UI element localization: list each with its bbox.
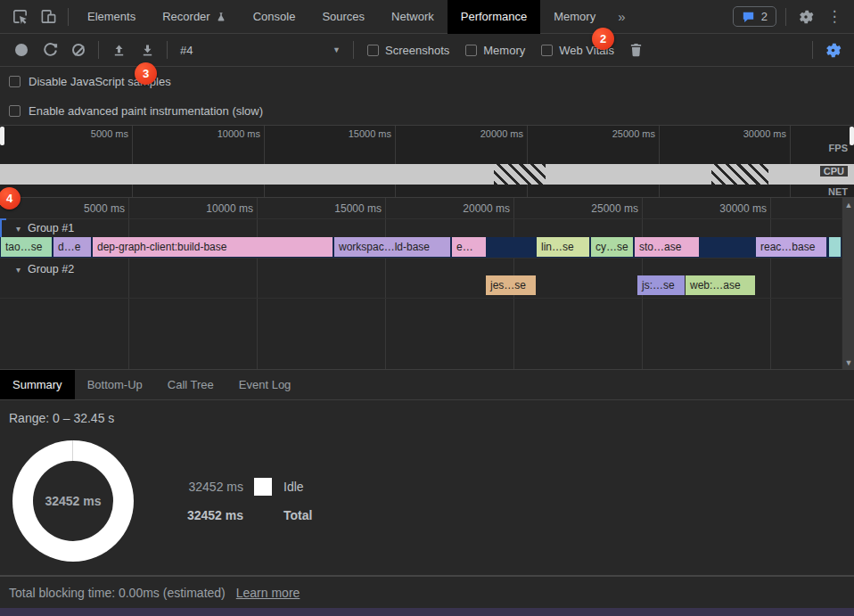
- scroll-down-icon[interactable]: ▼: [842, 358, 854, 367]
- tab-call-tree[interactable]: Call Tree: [155, 370, 226, 399]
- tab-label: Performance: [461, 10, 527, 23]
- separator: [98, 41, 99, 59]
- flame-chart[interactable]: 5000 ms 10000 ms 15000 ms 20000 ms 25000…: [0, 198, 854, 370]
- total-blocking-time-bar: Total blocking time: 0.00ms (estimated) …: [0, 576, 854, 608]
- window-bottom-strip: [0, 608, 854, 616]
- flame-bar[interactable]: e…: [452, 237, 486, 257]
- clear-icon: [72, 44, 85, 56]
- flame-bar[interactable]: lin…se: [537, 237, 589, 257]
- separator: [167, 41, 168, 59]
- inspect-cursor-icon: [12, 8, 29, 25]
- total-blocking-time-text: Total blocking time: 0.00ms (estimated): [9, 586, 226, 600]
- save-profile-button[interactable]: [133, 37, 161, 62]
- flame-bar[interactable]: [829, 237, 841, 257]
- reload-icon: [43, 43, 58, 58]
- divider: [0, 298, 842, 299]
- inspect-element-button[interactable]: [5, 4, 34, 29]
- checkbox-label: Screenshots: [385, 44, 449, 57]
- advanced-paint-label: Enable advanced paint instrumentation (s…: [29, 104, 263, 118]
- kebab-menu-button[interactable]: ⋮: [820, 4, 849, 29]
- legend-idle-value: 32452 ms: [160, 480, 243, 494]
- scroll-up-icon[interactable]: ▲: [842, 201, 854, 209]
- ruler-tick-label: 10000 ms: [187, 202, 253, 215]
- collapse-arrow-icon: ▾: [16, 224, 21, 234]
- gridline: [385, 198, 386, 370]
- tab-label: Console: [253, 10, 296, 23]
- memory-checkbox[interactable]: Memory: [465, 44, 525, 57]
- tab-network[interactable]: Network: [378, 0, 448, 34]
- capture-history-value: #4: [180, 44, 193, 57]
- ruler-tick-label: 15000 ms: [316, 202, 382, 215]
- clear-recording-button[interactable]: [64, 37, 93, 62]
- gridline: [659, 126, 660, 197]
- ruler-tick-label: 25000 ms: [593, 128, 655, 139]
- flame-bar[interactable]: cy…se: [591, 237, 633, 257]
- capture-settings-button[interactable]: [818, 37, 847, 62]
- chevron-double-icon: »: [618, 9, 625, 24]
- gridline: [128, 198, 129, 370]
- flame-bar[interactable]: jes…se: [486, 275, 536, 295]
- settings-gear-button[interactable]: [792, 4, 820, 29]
- download-icon: [141, 44, 154, 57]
- flame-bar[interactable]: dep-graph-client:build-base: [93, 237, 333, 257]
- vertical-scrollbar[interactable]: ▲ ▼: [842, 198, 854, 370]
- flame-bar[interactable]: js:…se: [637, 275, 685, 295]
- gridline: [257, 198, 258, 370]
- flame-bar[interactable]: sto…ase: [635, 237, 699, 257]
- reload-and-record-button[interactable]: [36, 37, 64, 62]
- chevron-down-icon: ▼: [333, 45, 341, 54]
- tab-label: Call Tree: [168, 378, 214, 391]
- group-1-header[interactable]: ▾ Group #1: [16, 219, 74, 237]
- tab-label: Summary: [12, 378, 62, 391]
- tab-label: Bottom-Up: [87, 378, 143, 391]
- tab-recorder[interactable]: Recorder: [149, 0, 239, 34]
- record-button[interactable]: [7, 37, 36, 62]
- flame-bar[interactable]: reac…base: [756, 237, 826, 257]
- divider: [0, 218, 842, 219]
- options-row-2: Enable advanced paint instrumentation (s…: [0, 96, 854, 126]
- disable-js-samples-checkbox[interactable]: [9, 76, 21, 87]
- tab-bottom-up[interactable]: Bottom-Up: [75, 370, 155, 399]
- garbage-collect-button[interactable]: [622, 37, 651, 62]
- legend-idle-label: Idle: [283, 480, 304, 494]
- flame-bar[interactable]: d…e: [53, 237, 91, 257]
- overview-window-right-handle[interactable]: [850, 127, 854, 145]
- tab-label: Sources: [322, 10, 365, 23]
- load-profile-button[interactable]: [104, 37, 133, 62]
- ruler-tick-label: 15000 ms: [329, 128, 391, 139]
- devtools-tabbar: Elements Recorder Console Sources Networ…: [0, 0, 854, 34]
- gridline: [790, 126, 791, 197]
- overview-window-left-handle[interactable]: [0, 127, 4, 145]
- tab-console[interactable]: Console: [240, 0, 309, 34]
- tab-event-log[interactable]: Event Log: [226, 370, 304, 399]
- group-2-header[interactable]: ▾ Group #2: [16, 260, 74, 278]
- advanced-paint-checkbox[interactable]: [9, 105, 21, 117]
- issues-counter-button[interactable]: 2: [733, 6, 776, 27]
- tabbar-right-controls: 2 ⋮: [733, 4, 854, 29]
- ruler-tick-label: 20000 ms: [444, 202, 510, 215]
- tab-label: Network: [391, 10, 434, 23]
- capture-history-select[interactable]: #4 ▼: [173, 39, 348, 61]
- tab-summary[interactable]: Summary: [0, 370, 75, 399]
- device-toolbar-button[interactable]: [34, 4, 62, 29]
- separator: [785, 8, 786, 26]
- separator: [812, 41, 813, 59]
- ruler-tick-label: 20000 ms: [461, 128, 523, 139]
- flame-bar[interactable]: web:…ase: [686, 275, 755, 295]
- trash-icon: [629, 43, 643, 57]
- net-track-label: NET: [828, 186, 848, 197]
- flame-bar[interactable]: workspac…ld-base: [334, 237, 450, 257]
- learn-more-link[interactable]: Learn more: [236, 586, 300, 600]
- timeline-overview[interactable]: 5000 ms 10000 ms 15000 ms 20000 ms 25000…: [0, 126, 854, 198]
- more-tabs-button[interactable]: »: [609, 0, 634, 34]
- screenshots-checkbox[interactable]: Screenshots: [367, 44, 449, 57]
- tab-elements[interactable]: Elements: [74, 0, 149, 34]
- tab-sources[interactable]: Sources: [308, 0, 378, 34]
- range-row: Range: 0 – 32.45 s: [0, 401, 854, 435]
- legend-total-value: 32452 ms: [160, 508, 243, 522]
- flame-bar[interactable]: tao…se: [1, 237, 52, 257]
- collapse-arrow-icon: ▾: [16, 265, 21, 275]
- tab-label: Event Log: [239, 378, 292, 391]
- gridline: [264, 126, 265, 197]
- tab-performance[interactable]: Performance: [448, 0, 540, 34]
